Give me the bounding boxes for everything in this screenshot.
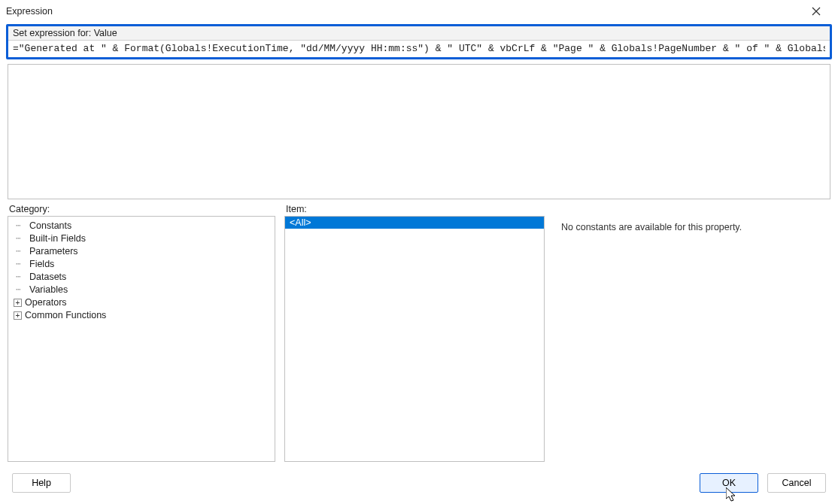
description-label-spacer [554,204,830,214]
category-tree-item[interactable]: ⋯Fields [11,258,272,271]
lower-panels: Category: ⋯Constants⋯Built-in Fields⋯Par… [6,204,832,465]
description-text: No constants are available for this prop… [554,216,830,238]
category-tree-item[interactable]: ⋯Built-in Fields [11,232,272,245]
tree-connector-icon: ⋯ [16,258,29,271]
category-tree: ⋯Constants⋯Built-in Fields⋯Parameters⋯Fi… [8,217,275,325]
category-tree-item-label: Fields [29,258,54,271]
category-tree-item[interactable]: ⋯Variables [11,284,272,296]
category-tree-item-label: Parameters [29,245,78,258]
expression-header: Set expression for: Value [8,26,830,41]
item-list: <All> [285,217,544,229]
category-tree-item-label: Variables [29,284,68,296]
tree-connector-icon: ⋯ [16,271,29,284]
item-list-row[interactable]: <All> [285,217,544,229]
tree-expander-icon[interactable]: + [14,299,22,307]
item-box[interactable]: <All> [284,216,545,462]
tree-connector-icon: ⋯ [16,232,29,245]
tree-connector-icon: ⋯ [16,220,29,232]
expression-editor-area[interactable] [8,64,830,199]
ok-button[interactable]: OK [700,473,758,493]
tree-connector-icon: ⋯ [16,284,29,296]
category-tree-item[interactable]: ⋯Parameters [11,245,272,258]
category-tree-item-label: Common Functions [25,309,106,322]
category-tree-item[interactable]: ⋯Constants [11,220,272,232]
expression-dialog: Expression Set expression for: Value Cat… [0,0,838,504]
item-label: Item: [284,204,545,214]
tree-connector-icon: ⋯ [16,245,29,258]
category-tree-item-label: Built-in Fields [29,232,86,245]
category-box[interactable]: ⋯Constants⋯Built-in Fields⋯Parameters⋯Fi… [8,216,275,462]
category-tree-item[interactable]: +Operators [11,296,272,309]
dialog-titlebar: Expression [0,0,838,23]
expression-body [8,41,830,57]
category-panel: Category: ⋯Constants⋯Built-in Fields⋯Par… [8,204,275,462]
dialog-title: Expression [6,6,800,17]
category-tree-item-label: Datasets [29,271,66,284]
item-panel: Item: <All> [284,204,545,462]
category-label: Category: [8,204,275,214]
tree-expander-icon[interactable]: + [14,311,22,320]
category-tree-item[interactable]: ⋯Datasets [11,271,272,284]
close-icon [812,7,821,16]
category-tree-item[interactable]: +Common Functions [11,309,272,322]
close-button[interactable] [800,2,832,21]
dialog-content: Set expression for: Value Category: ⋯Con… [0,23,838,468]
description-box: No constants are available for this prop… [554,216,830,462]
expression-input[interactable] [8,41,830,57]
help-button[interactable]: Help [12,473,71,493]
expression-group: Set expression for: Value [6,24,832,59]
category-tree-item-label: Constants [29,220,71,232]
cancel-button[interactable]: Cancel [767,473,826,493]
description-panel: No constants are available for this prop… [554,204,830,462]
category-tree-item-label: Operators [25,296,67,309]
dialog-footer: Help OK Cancel [0,468,838,504]
